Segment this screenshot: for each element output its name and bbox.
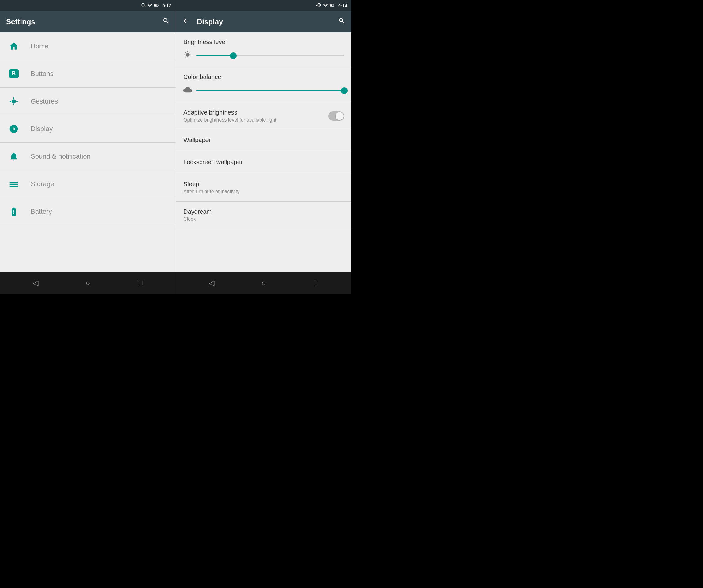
settings-item-display[interactable]: Display bbox=[0, 115, 176, 143]
adaptive-brightness-item[interactable]: Adaptive brightness Optimize brightness … bbox=[176, 102, 352, 130]
sound-icon bbox=[6, 152, 21, 161]
display-icon bbox=[6, 124, 21, 134]
settings-item-storage[interactable]: Storage bbox=[0, 170, 176, 198]
home-label: Home bbox=[30, 42, 49, 50]
left-recent-button[interactable]: □ bbox=[133, 275, 148, 291]
daydream-title: Daydream bbox=[183, 208, 344, 215]
signal-icon bbox=[147, 3, 152, 9]
sleep-title: Sleep bbox=[183, 181, 344, 188]
lockscreen-wallpaper-title: Lockscreen wallpaper bbox=[183, 159, 344, 166]
settings-item-home[interactable]: Home bbox=[0, 32, 176, 60]
settings-item-sound[interactable]: Sound & notification bbox=[0, 143, 176, 170]
left-home-button[interactable]: ○ bbox=[80, 275, 95, 291]
svg-rect-1 bbox=[155, 4, 157, 6]
right-battery-icon bbox=[330, 3, 335, 9]
right-toolbar: Display bbox=[176, 11, 352, 32]
settings-list: Home B Buttons Gestures bbox=[0, 32, 176, 272]
settings-item-buttons[interactable]: B Buttons bbox=[0, 60, 176, 88]
wallpaper-item[interactable]: Wallpaper bbox=[176, 130, 352, 152]
left-time: 9:13 bbox=[163, 3, 171, 8]
lockscreen-wallpaper-item[interactable]: Lockscreen wallpaper bbox=[176, 152, 352, 174]
daydream-item[interactable]: Daydream Clock bbox=[176, 202, 352, 229]
color-balance-section: Color balance bbox=[176, 67, 352, 102]
svg-point-2 bbox=[12, 99, 16, 103]
display-settings-list: Brightness level Color balance bbox=[176, 32, 352, 272]
wallpaper-title: Wallpaper bbox=[183, 137, 344, 144]
color-balance-slider-row bbox=[183, 84, 344, 102]
right-nav-home-button[interactable]: ○ bbox=[256, 275, 271, 291]
storage-label: Storage bbox=[30, 180, 54, 188]
right-panel: 9:14 Display Brightness level bbox=[176, 0, 352, 294]
buttons-icon: B bbox=[6, 69, 21, 78]
brightness-slider-icon bbox=[183, 51, 192, 61]
right-nav-recent-button[interactable]: □ bbox=[309, 275, 324, 291]
right-bottom-nav: ◁ ○ □ bbox=[176, 272, 352, 294]
brightness-slider-row bbox=[183, 49, 344, 67]
adaptive-brightness-toggle[interactable] bbox=[328, 112, 344, 121]
buttons-label: Buttons bbox=[30, 70, 54, 78]
left-status-bar: 9:13 bbox=[0, 0, 176, 11]
right-toolbar-title: Display bbox=[197, 17, 333, 26]
color-balance-title: Color balance bbox=[183, 74, 344, 81]
right-search-button[interactable] bbox=[338, 17, 345, 26]
storage-icon bbox=[6, 179, 21, 189]
toggle-thumb bbox=[335, 112, 343, 120]
display-label: Display bbox=[30, 125, 53, 133]
gestures-icon bbox=[6, 96, 21, 106]
left-back-button[interactable]: ◁ bbox=[28, 275, 43, 291]
battery-label: Battery bbox=[30, 208, 52, 216]
adaptive-brightness-text: Adaptive brightness Optimize brightness … bbox=[183, 109, 328, 123]
adaptive-brightness-subtitle: Optimize brightness level for available … bbox=[183, 117, 323, 123]
vibrate-icon bbox=[141, 3, 145, 9]
right-status-icons bbox=[316, 3, 335, 9]
brightness-section: Brightness level bbox=[176, 32, 352, 67]
sleep-item[interactable]: Sleep After 1 minute of inactivity bbox=[176, 174, 352, 202]
right-time: 9:14 bbox=[338, 3, 347, 8]
svg-rect-8 bbox=[330, 4, 332, 6]
left-bottom-nav: ◁ ○ □ bbox=[0, 272, 176, 294]
color-balance-slider-track[interactable] bbox=[196, 90, 344, 91]
right-status-bar: 9:14 bbox=[176, 0, 352, 11]
right-back-button[interactable] bbox=[182, 17, 189, 26]
color-balance-icon bbox=[183, 85, 192, 96]
daydream-subtitle: Clock bbox=[183, 217, 344, 222]
gestures-label: Gestures bbox=[30, 97, 58, 105]
left-toolbar: Settings bbox=[0, 11, 176, 32]
settings-item-gestures[interactable]: Gestures bbox=[0, 88, 176, 115]
left-status-icons bbox=[141, 3, 159, 9]
settings-item-battery[interactable]: Battery bbox=[0, 198, 176, 225]
battery-icon-left bbox=[154, 3, 159, 9]
right-vibrate-icon bbox=[316, 3, 321, 9]
adaptive-brightness-title: Adaptive brightness bbox=[183, 109, 323, 116]
home-icon bbox=[6, 41, 21, 51]
battery-item-icon bbox=[6, 207, 21, 217]
right-nav-back-button[interactable]: ◁ bbox=[204, 275, 219, 291]
brightness-slider-track[interactable] bbox=[196, 55, 344, 56]
right-signal-icon bbox=[323, 3, 328, 9]
sleep-subtitle: After 1 minute of inactivity bbox=[183, 189, 344, 195]
brightness-title: Brightness level bbox=[183, 39, 344, 46]
left-toolbar-title: Settings bbox=[6, 17, 157, 26]
left-search-button[interactable] bbox=[162, 17, 170, 26]
left-panel: 9:13 Settings Home B Buttons bbox=[0, 0, 176, 294]
sound-label: Sound & notification bbox=[30, 152, 91, 160]
